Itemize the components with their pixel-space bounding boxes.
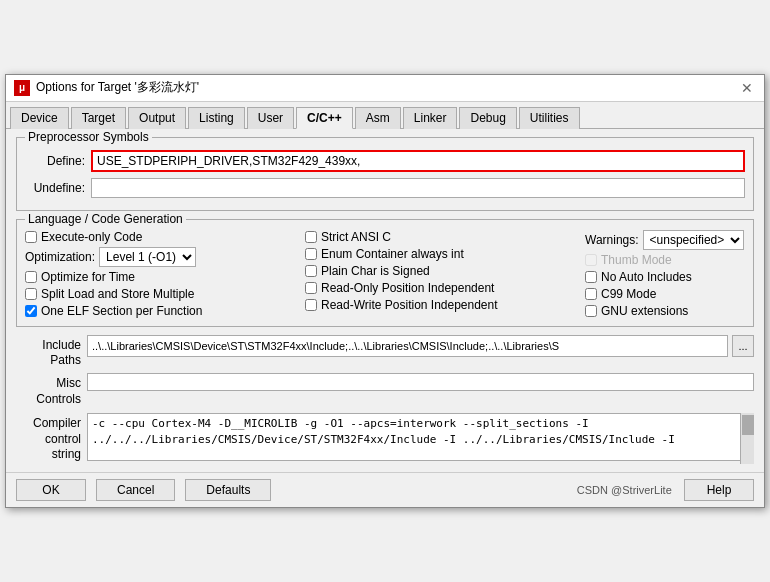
strict-ansi-label: Strict ANSI C	[321, 230, 391, 244]
codegen-col-right: Warnings: <unspecified> All Warnings No …	[585, 230, 745, 318]
optimize-time-label: Optimize for Time	[41, 270, 135, 284]
tab-listing[interactable]: Listing	[188, 107, 245, 129]
warnings-row: Warnings: <unspecified> All Warnings No …	[585, 230, 745, 250]
close-button[interactable]: ✕	[738, 79, 756, 97]
compiler-control-label: Compiler control string	[16, 413, 81, 463]
c99-mode-label: C99 Mode	[601, 287, 656, 301]
one-elf-check[interactable]	[25, 305, 37, 317]
rw-pos-row: Read-Write Position Independent	[305, 298, 575, 312]
enum-container-check[interactable]	[305, 248, 317, 260]
title-bar-left: μ Options for Target '多彩流水灯'	[14, 79, 199, 96]
codegen-group: Language / Code Generation Execute-only …	[16, 219, 754, 327]
footer: OK Cancel Defaults CSDN @StriverLite Hel…	[6, 472, 764, 507]
split-load-row: Split Load and Store Multiple	[25, 287, 295, 301]
tab-debug[interactable]: Debug	[459, 107, 516, 129]
thumb-mode-label: Thumb Mode	[601, 253, 672, 267]
tab-utilities[interactable]: Utilities	[519, 107, 580, 129]
undefine-input[interactable]	[91, 178, 745, 198]
ro-pos-row: Read-Only Position Independent	[305, 281, 575, 295]
strict-ansi-check[interactable]	[305, 231, 317, 243]
help-button[interactable]: Help	[684, 479, 754, 501]
misc-controls-wrap	[87, 373, 754, 391]
tab-device[interactable]: Device	[10, 107, 69, 129]
one-elf-label: One ELF Section per Function	[41, 304, 202, 318]
cancel-button[interactable]: Cancel	[96, 479, 175, 501]
codegen-col-left: Execute-only Code Optimization: Level 1 …	[25, 230, 295, 318]
tabs-row: Device Target Output Listing User C/C++ …	[6, 102, 764, 129]
preprocessor-group-label: Preprocessor Symbols	[25, 130, 152, 144]
content-area: Preprocessor Symbols Define: Undefine: L…	[6, 129, 764, 472]
no-auto-includes-row: No Auto Includes	[585, 270, 745, 284]
gnu-ext-row: GNU extensions	[585, 304, 745, 318]
warnings-select[interactable]: <unspecified> All Warnings No Warnings	[643, 230, 744, 250]
tab-user[interactable]: User	[247, 107, 294, 129]
rw-pos-label: Read-Write Position Independent	[321, 298, 498, 312]
c99-mode-check[interactable]	[585, 288, 597, 300]
ok-button[interactable]: OK	[16, 479, 86, 501]
include-section: Include Paths ... Misc Controls	[16, 335, 754, 407]
tab-target[interactable]: Target	[71, 107, 126, 129]
undefine-label: Undefine:	[25, 181, 85, 195]
execute-only-row: Execute-only Code	[25, 230, 295, 244]
optimization-row: Optimization: Level 1 (-O1) Level 0 (-O0…	[25, 247, 295, 267]
app-icon: μ	[14, 80, 30, 96]
codegen-group-label: Language / Code Generation	[25, 212, 186, 226]
compiler-control-textarea[interactable]	[87, 413, 754, 461]
browse-include-button[interactable]: ...	[732, 335, 754, 357]
optimize-time-row: Optimize for Time	[25, 270, 295, 284]
tab-linker[interactable]: Linker	[403, 107, 458, 129]
ro-pos-label: Read-Only Position Independent	[321, 281, 494, 295]
include-paths-wrap: ...	[87, 335, 754, 357]
title-bar: μ Options for Target '多彩流水灯' ✕	[6, 75, 764, 102]
plain-char-label: Plain Char is Signed	[321, 264, 430, 278]
thumb-mode-check[interactable]	[585, 254, 597, 266]
defaults-button[interactable]: Defaults	[185, 479, 271, 501]
execute-only-check[interactable]	[25, 231, 37, 243]
no-auto-includes-label: No Auto Includes	[601, 270, 692, 284]
warnings-label: Warnings:	[585, 233, 639, 247]
enum-container-row: Enum Container always int	[305, 247, 575, 261]
define-label: Define:	[25, 154, 85, 168]
include-paths-row: Include Paths ...	[16, 335, 754, 369]
one-elf-row: One ELF Section per Function	[25, 304, 295, 318]
misc-controls-label: Misc Controls	[16, 373, 81, 407]
gnu-ext-check[interactable]	[585, 305, 597, 317]
compiler-textarea-wrap	[87, 413, 754, 464]
footer-watermark: CSDN @StriverLite Help	[577, 479, 754, 501]
misc-controls-row: Misc Controls	[16, 373, 754, 407]
compiler-scrollbar[interactable]	[740, 413, 754, 464]
gnu-ext-label: GNU extensions	[601, 304, 688, 318]
tab-output[interactable]: Output	[128, 107, 186, 129]
include-paths-input[interactable]	[87, 335, 728, 357]
dialog: μ Options for Target '多彩流水灯' ✕ Device Ta…	[5, 74, 765, 508]
codegen-col-middle: Strict ANSI C Enum Container always int …	[305, 230, 575, 318]
execute-only-label: Execute-only Code	[41, 230, 142, 244]
enum-container-label: Enum Container always int	[321, 247, 464, 261]
c99-mode-row: C99 Mode	[585, 287, 745, 301]
tab-asm[interactable]: Asm	[355, 107, 401, 129]
footer-buttons: OK Cancel Defaults	[16, 479, 271, 501]
plain-char-row: Plain Char is Signed	[305, 264, 575, 278]
no-auto-includes-check[interactable]	[585, 271, 597, 283]
plain-char-check[interactable]	[305, 265, 317, 277]
watermark-text: CSDN @StriverLite	[577, 484, 672, 496]
rw-pos-check[interactable]	[305, 299, 317, 311]
optimize-time-check[interactable]	[25, 271, 37, 283]
ro-pos-check[interactable]	[305, 282, 317, 294]
optimization-select[interactable]: Level 1 (-O1) Level 0 (-O0) Level 2 (-O2…	[99, 247, 196, 267]
dialog-title: Options for Target '多彩流水灯'	[36, 79, 199, 96]
strict-ansi-row: Strict ANSI C	[305, 230, 575, 244]
codegen-content: Execute-only Code Optimization: Level 1 …	[25, 230, 745, 318]
include-paths-label: Include Paths	[16, 335, 81, 369]
tab-cc[interactable]: C/C++	[296, 107, 353, 129]
thumb-mode-row: Thumb Mode	[585, 253, 745, 267]
optimization-label: Optimization:	[25, 250, 95, 264]
preprocessor-group: Preprocessor Symbols Define: Undefine:	[16, 137, 754, 211]
undefine-row: Undefine:	[25, 178, 745, 198]
split-load-label: Split Load and Store Multiple	[41, 287, 194, 301]
define-input[interactable]	[91, 150, 745, 172]
split-load-check[interactable]	[25, 288, 37, 300]
define-row: Define:	[25, 150, 745, 172]
misc-controls-input[interactable]	[87, 373, 754, 391]
compiler-row: Compiler control string	[16, 413, 754, 464]
